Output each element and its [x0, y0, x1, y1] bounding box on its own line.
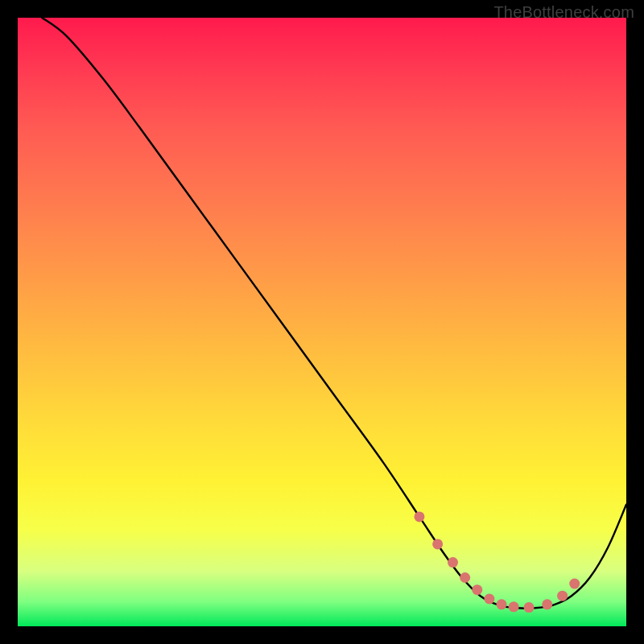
bottleneck-curve [42, 18, 626, 609]
trough-dot [509, 601, 519, 612]
trough-dot [542, 599, 552, 609]
chart-plot-area [18, 18, 626, 626]
trough-dot [448, 557, 458, 568]
trough-dot [472, 584, 482, 595]
trough-dots [414, 511, 580, 613]
trough-dot [432, 539, 443, 549]
trough-dot [557, 591, 568, 601]
chart-svg [18, 18, 626, 626]
trough-dot [460, 572, 470, 583]
watermark-text: TheBottleneck.com [493, 3, 634, 22]
trough-dot [497, 599, 507, 609]
trough-dot [569, 579, 580, 589]
trough-dot [524, 602, 535, 613]
trough-dot [484, 593, 494, 604]
trough-dot [414, 511, 424, 522]
